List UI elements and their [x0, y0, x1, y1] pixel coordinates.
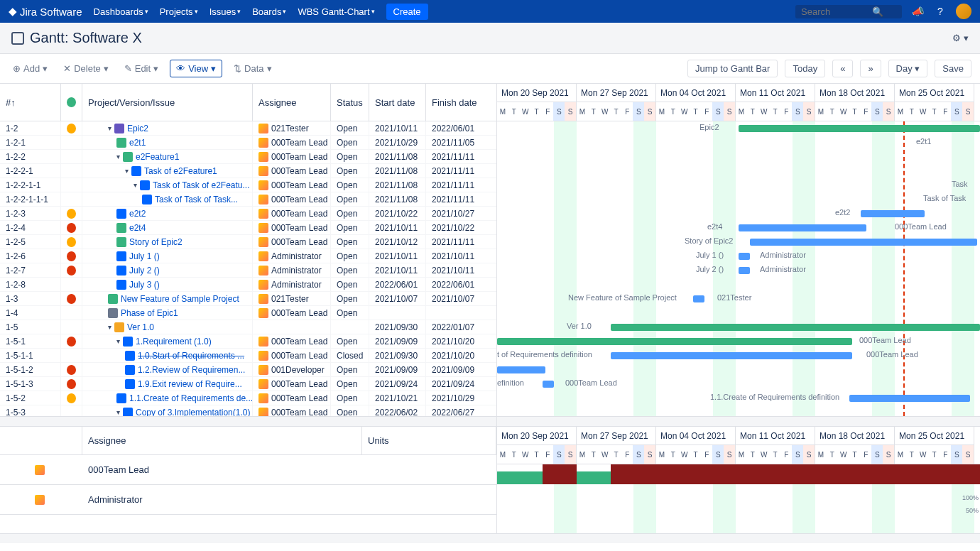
cell-title[interactable]: 1.0.Start of Requirements ... — [82, 349, 253, 362]
gantt-bar[interactable] — [497, 338, 852, 345]
issue-link[interactable]: 1.1.Create of Requirements de... — [129, 393, 253, 403]
gantt-row[interactable]: t of Requirements definition000Team Lead — [497, 349, 980, 363]
issue-link[interactable]: Task of e2Feature1 — [144, 166, 217, 176]
gantt-body[interactable]: Epic2e2t1TaskTask of Taske2t2e2t4000Team… — [497, 121, 980, 416]
cell-title[interactable]: e2t1 — [82, 136, 253, 149]
megaphone-icon[interactable]: 📣 — [910, 4, 925, 18]
cell-title[interactable]: ▾Task of e2Feature1 — [82, 164, 253, 178]
col-priority[interactable] — [61, 84, 82, 121]
table-row[interactable]: 1-2-7July 2 ()AdministratorOpen2021/10/1… — [0, 263, 496, 278]
gantt-row[interactable] — [497, 405, 980, 416]
nav-item-issues[interactable]: Issues ▾ — [209, 6, 241, 17]
table-row[interactable]: 1-2-4e2t4000Team LeadOpen2021/10/112021/… — [0, 221, 496, 235]
table-row[interactable]: 1-2-3e2t2000Team LeadOpen2021/10/222021/… — [0, 207, 496, 221]
table-row[interactable]: 1-2-6July 1 ()AdministratorOpen2021/10/1… — [0, 249, 496, 263]
issue-link[interactable]: Task of Task of Task... — [155, 195, 238, 204]
today-button[interactable]: Today — [785, 60, 825, 77]
expand-icon[interactable]: ▾ — [116, 337, 120, 345]
user-avatar[interactable] — [956, 4, 971, 19]
gantt-bar[interactable] — [693, 295, 704, 302]
resource-bars[interactable]: 100% 50% 100% 50% — [497, 464, 980, 533]
cell-title[interactable]: Story of Epic2 — [82, 235, 253, 249]
gantt-row[interactable] — [497, 363, 980, 377]
table-row[interactable]: 1-5-3▾Copy of 3.Implementation(1.0)000Te… — [0, 405, 496, 416]
gantt-row[interactable]: Task of Task — [497, 192, 980, 207]
gantt-row[interactable]: Epic2 — [497, 121, 980, 136]
cell-title[interactable]: New Feature of Sample Project — [82, 292, 253, 305]
resource-row[interactable]: Administrator — [0, 485, 496, 515]
gantt-row[interactable]: Task — [497, 178, 980, 192]
expand-icon[interactable]: ▾ — [134, 181, 137, 189]
gantt-row[interactable]: Story of Epic2 — [497, 235, 980, 249]
gantt-bar[interactable] — [497, 366, 545, 373]
issue-link[interactable]: e2Feature1 — [136, 152, 179, 162]
table-row[interactable]: 1-5-1-11.0.Start of Requirements ...000T… — [0, 349, 496, 363]
gantt-row[interactable]: e2t4000Team Lead — [497, 221, 980, 235]
collapse-icon[interactable] — [11, 32, 24, 45]
jump-button[interactable]: Jump to Gantt Bar — [687, 60, 778, 77]
gantt-row[interactable]: New Feature of Sample Project021Tester — [497, 292, 980, 306]
cell-title[interactable]: 1.1.Create of Requirements de... — [82, 391, 253, 405]
gantt-row[interactable]: 1.1.Create of Requirements definition — [497, 391, 980, 405]
gantt-bar[interactable] — [861, 210, 925, 217]
cell-title[interactable]: ▾1.Requirement (1.0) — [82, 334, 253, 348]
cell-title[interactable]: ▾Ver 1.0 — [82, 320, 253, 334]
col-finish[interactable]: Finish date — [426, 84, 490, 121]
gantt-row[interactable] — [497, 306, 980, 320]
col-res-assignee[interactable]: Assignee — [82, 427, 362, 454]
col-res-units[interactable]: Units — [362, 427, 496, 454]
product-logo[interactable]: ◆ Jira Software — [9, 5, 82, 18]
nav-item-dashboards[interactable]: Dashboards ▾ — [94, 6, 148, 17]
gantt-bar[interactable] — [543, 381, 554, 388]
delete-button[interactable]: ✕ Delete ▾ — [59, 60, 113, 77]
table-row[interactable]: 1-5▾Ver 1.02021/09/302022/01/07 — [0, 320, 496, 334]
gear-icon[interactable]: ⚙ ▾ — [952, 33, 969, 43]
cell-title[interactable]: 1.9.Exit review of Require... — [82, 377, 253, 391]
add-button[interactable]: ⊕ Add ▾ — [9, 60, 52, 77]
gantt-row[interactable]: July 1 ()Administrator — [497, 249, 980, 263]
table-row[interactable]: 1-2-5Story of Epic2000Team LeadOpen2021/… — [0, 235, 496, 249]
gantt-row[interactable]: e2t1 — [497, 136, 980, 150]
table-row[interactable]: 1-3New Feature of Sample Project021Teste… — [0, 292, 496, 306]
gantt-row[interactable]: Ver 1.0 — [497, 320, 980, 334]
nav-next-button[interactable]: » — [860, 60, 881, 77]
gantt-row[interactable]: 000Team Lead — [497, 334, 980, 349]
gantt-bar[interactable] — [739, 125, 980, 132]
gantt-bar[interactable] — [849, 395, 970, 402]
nav-item-wbs-gantt-chart[interactable]: WBS Gantt-Chart ▾ — [298, 6, 374, 17]
table-row[interactable]: 1-5-1-31.9.Exit review of Require...000T… — [0, 377, 496, 391]
issue-link[interactable]: July 3 () — [129, 280, 160, 290]
expand-icon[interactable]: ▾ — [116, 408, 120, 416]
col-start[interactable]: Start date — [369, 84, 426, 121]
issue-link[interactable]: 1.2.Review of Requiremen... — [138, 365, 245, 375]
issue-link[interactable]: Phase of Epic1 — [121, 308, 178, 318]
resource-row[interactable]: 000Team Lead — [0, 455, 496, 485]
gantt-bar[interactable] — [611, 324, 980, 331]
col-project[interactable]: Project/Version/Issue — [82, 84, 253, 121]
cell-title[interactable]: ▾Task of Task of e2Featu... — [82, 178, 253, 192]
cell-title[interactable]: e2t4 — [82, 221, 253, 234]
table-hscroll[interactable] — [0, 416, 496, 426]
expand-icon[interactable]: ▾ — [108, 323, 111, 331]
bottom-hscroll[interactable] — [0, 533, 980, 543]
search-input[interactable] — [801, 6, 872, 17]
cell-title[interactable]: July 2 () — [82, 263, 253, 277]
nav-prev-button[interactable]: « — [832, 60, 853, 77]
table-row[interactable]: 1-2-2▾e2Feature1000Team LeadOpen2021/11/… — [0, 150, 496, 164]
expand-icon[interactable]: ▾ — [108, 124, 111, 132]
expand-icon[interactable]: ▾ — [116, 153, 120, 160]
gantt-hscroll[interactable] — [497, 416, 980, 426]
gantt-bar[interactable] — [750, 239, 977, 246]
data-button[interactable]: ⇅ Data ▾ — [229, 60, 276, 77]
gantt-bar[interactable] — [739, 267, 750, 274]
issue-link[interactable]: e2t4 — [129, 223, 146, 233]
table-row[interactable]: 1-2-8July 3 ()AdministratorOpen2022/06/0… — [0, 278, 496, 292]
cell-title[interactable]: ▾e2Feature1 — [82, 150, 253, 163]
gantt-bar[interactable] — [739, 253, 750, 260]
cell-title[interactable]: Task of Task of Task... — [82, 192, 253, 206]
view-button[interactable]: 👁 View ▾ — [170, 60, 222, 77]
create-button[interactable]: Create — [386, 4, 428, 20]
table-row[interactable]: 1-2-1e2t1000Team LeadOpen2021/10/292021/… — [0, 136, 496, 150]
cell-title[interactable]: July 1 () — [82, 249, 253, 263]
expand-icon[interactable]: ▾ — [125, 167, 129, 175]
